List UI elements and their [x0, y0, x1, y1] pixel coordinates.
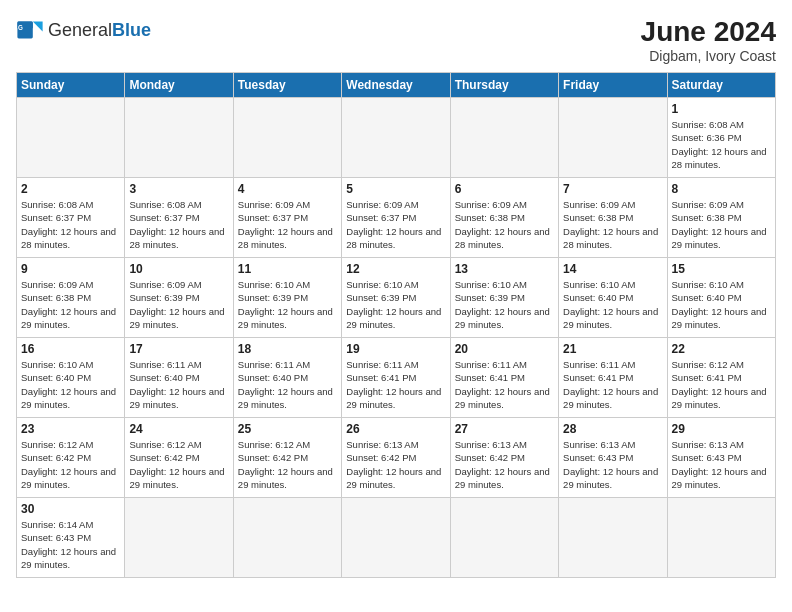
day-info: Sunrise: 6:10 AMSunset: 6:39 PMDaylight:…: [346, 278, 445, 331]
day-number: 23: [21, 422, 120, 436]
day-info: Sunrise: 6:11 AMSunset: 6:41 PMDaylight:…: [346, 358, 445, 411]
day-number: 14: [563, 262, 662, 276]
calendar-cell: [125, 498, 233, 578]
calendar-cell: 11Sunrise: 6:10 AMSunset: 6:39 PMDayligh…: [233, 258, 341, 338]
day-info: Sunrise: 6:12 AMSunset: 6:41 PMDaylight:…: [672, 358, 771, 411]
day-number: 13: [455, 262, 554, 276]
calendar-cell: 3Sunrise: 6:08 AMSunset: 6:37 PMDaylight…: [125, 178, 233, 258]
day-header-tuesday: Tuesday: [233, 73, 341, 98]
day-number: 2: [21, 182, 120, 196]
calendar-cell: 7Sunrise: 6:09 AMSunset: 6:38 PMDaylight…: [559, 178, 667, 258]
calendar-cell: [233, 98, 341, 178]
day-header-wednesday: Wednesday: [342, 73, 450, 98]
calendar-table: SundayMondayTuesdayWednesdayThursdayFrid…: [16, 72, 776, 578]
day-header-saturday: Saturday: [667, 73, 775, 98]
day-info: Sunrise: 6:11 AMSunset: 6:41 PMDaylight:…: [455, 358, 554, 411]
month-title: June 2024: [641, 16, 776, 48]
day-number: 12: [346, 262, 445, 276]
day-info: Sunrise: 6:11 AMSunset: 6:41 PMDaylight:…: [563, 358, 662, 411]
calendar-cell: 9Sunrise: 6:09 AMSunset: 6:38 PMDaylight…: [17, 258, 125, 338]
calendar-cell: [125, 98, 233, 178]
calendar-header-row: SundayMondayTuesdayWednesdayThursdayFrid…: [17, 73, 776, 98]
day-number: 21: [563, 342, 662, 356]
calendar-cell: 10Sunrise: 6:09 AMSunset: 6:39 PMDayligh…: [125, 258, 233, 338]
day-number: 18: [238, 342, 337, 356]
day-number: 10: [129, 262, 228, 276]
day-info: Sunrise: 6:09 AMSunset: 6:37 PMDaylight:…: [238, 198, 337, 251]
day-info: Sunrise: 6:10 AMSunset: 6:39 PMDaylight:…: [238, 278, 337, 331]
calendar-cell: 25Sunrise: 6:12 AMSunset: 6:42 PMDayligh…: [233, 418, 341, 498]
day-number: 30: [21, 502, 120, 516]
day-info: Sunrise: 6:10 AMSunset: 6:39 PMDaylight:…: [455, 278, 554, 331]
calendar-cell: 18Sunrise: 6:11 AMSunset: 6:40 PMDayligh…: [233, 338, 341, 418]
calendar-week-5: 23Sunrise: 6:12 AMSunset: 6:42 PMDayligh…: [17, 418, 776, 498]
svg-marker-1: [33, 22, 43, 32]
day-info: Sunrise: 6:08 AMSunset: 6:37 PMDaylight:…: [21, 198, 120, 251]
svg-text:G: G: [18, 24, 23, 31]
day-number: 25: [238, 422, 337, 436]
calendar-cell: 22Sunrise: 6:12 AMSunset: 6:41 PMDayligh…: [667, 338, 775, 418]
day-number: 7: [563, 182, 662, 196]
day-number: 6: [455, 182, 554, 196]
title-block: June 2024 Digbam, Ivory Coast: [641, 16, 776, 64]
day-info: Sunrise: 6:13 AMSunset: 6:42 PMDaylight:…: [455, 438, 554, 491]
calendar-week-3: 9Sunrise: 6:09 AMSunset: 6:38 PMDaylight…: [17, 258, 776, 338]
calendar-cell: 30Sunrise: 6:14 AMSunset: 6:43 PMDayligh…: [17, 498, 125, 578]
calendar-cell: [342, 498, 450, 578]
day-info: Sunrise: 6:09 AMSunset: 6:39 PMDaylight:…: [129, 278, 228, 331]
day-info: Sunrise: 6:09 AMSunset: 6:37 PMDaylight:…: [346, 198, 445, 251]
logo: G GeneralBlue: [16, 16, 151, 44]
calendar-cell: [450, 498, 558, 578]
header: G GeneralBlue June 2024 Digbam, Ivory Co…: [16, 16, 776, 64]
day-number: 22: [672, 342, 771, 356]
day-info: Sunrise: 6:10 AMSunset: 6:40 PMDaylight:…: [563, 278, 662, 331]
calendar-cell: 19Sunrise: 6:11 AMSunset: 6:41 PMDayligh…: [342, 338, 450, 418]
calendar-cell: 16Sunrise: 6:10 AMSunset: 6:40 PMDayligh…: [17, 338, 125, 418]
page: G GeneralBlue June 2024 Digbam, Ivory Co…: [0, 0, 792, 612]
calendar-cell: 5Sunrise: 6:09 AMSunset: 6:37 PMDaylight…: [342, 178, 450, 258]
calendar-cell: 21Sunrise: 6:11 AMSunset: 6:41 PMDayligh…: [559, 338, 667, 418]
calendar-cell: [17, 98, 125, 178]
day-info: Sunrise: 6:11 AMSunset: 6:40 PMDaylight:…: [129, 358, 228, 411]
day-number: 16: [21, 342, 120, 356]
day-number: 8: [672, 182, 771, 196]
day-info: Sunrise: 6:12 AMSunset: 6:42 PMDaylight:…: [129, 438, 228, 491]
calendar-week-6: 30Sunrise: 6:14 AMSunset: 6:43 PMDayligh…: [17, 498, 776, 578]
day-number: 20: [455, 342, 554, 356]
day-info: Sunrise: 6:09 AMSunset: 6:38 PMDaylight:…: [21, 278, 120, 331]
calendar-cell: 6Sunrise: 6:09 AMSunset: 6:38 PMDaylight…: [450, 178, 558, 258]
calendar-week-4: 16Sunrise: 6:10 AMSunset: 6:40 PMDayligh…: [17, 338, 776, 418]
calendar-week-1: 1Sunrise: 6:08 AMSunset: 6:36 PMDaylight…: [17, 98, 776, 178]
day-info: Sunrise: 6:12 AMSunset: 6:42 PMDaylight:…: [238, 438, 337, 491]
calendar-cell: [233, 498, 341, 578]
calendar-cell: 13Sunrise: 6:10 AMSunset: 6:39 PMDayligh…: [450, 258, 558, 338]
day-header-monday: Monday: [125, 73, 233, 98]
day-number: 9: [21, 262, 120, 276]
day-number: 24: [129, 422, 228, 436]
logo-text: GeneralBlue: [48, 20, 151, 41]
day-number: 26: [346, 422, 445, 436]
calendar-cell: 29Sunrise: 6:13 AMSunset: 6:43 PMDayligh…: [667, 418, 775, 498]
calendar-cell: 20Sunrise: 6:11 AMSunset: 6:41 PMDayligh…: [450, 338, 558, 418]
calendar-cell: 4Sunrise: 6:09 AMSunset: 6:37 PMDaylight…: [233, 178, 341, 258]
day-number: 17: [129, 342, 228, 356]
calendar-cell: 12Sunrise: 6:10 AMSunset: 6:39 PMDayligh…: [342, 258, 450, 338]
day-number: 15: [672, 262, 771, 276]
calendar-cell: [559, 98, 667, 178]
calendar-cell: 14Sunrise: 6:10 AMSunset: 6:40 PMDayligh…: [559, 258, 667, 338]
day-number: 19: [346, 342, 445, 356]
calendar-cell: 1Sunrise: 6:08 AMSunset: 6:36 PMDaylight…: [667, 98, 775, 178]
calendar-cell: 23Sunrise: 6:12 AMSunset: 6:42 PMDayligh…: [17, 418, 125, 498]
day-info: Sunrise: 6:10 AMSunset: 6:40 PMDaylight:…: [21, 358, 120, 411]
calendar-cell: 2Sunrise: 6:08 AMSunset: 6:37 PMDaylight…: [17, 178, 125, 258]
day-info: Sunrise: 6:09 AMSunset: 6:38 PMDaylight:…: [672, 198, 771, 251]
day-info: Sunrise: 6:13 AMSunset: 6:43 PMDaylight:…: [672, 438, 771, 491]
day-info: Sunrise: 6:11 AMSunset: 6:40 PMDaylight:…: [238, 358, 337, 411]
calendar-cell: [450, 98, 558, 178]
calendar-cell: 28Sunrise: 6:13 AMSunset: 6:43 PMDayligh…: [559, 418, 667, 498]
calendar-cell: 17Sunrise: 6:11 AMSunset: 6:40 PMDayligh…: [125, 338, 233, 418]
day-number: 4: [238, 182, 337, 196]
day-number: 11: [238, 262, 337, 276]
day-number: 5: [346, 182, 445, 196]
calendar-week-2: 2Sunrise: 6:08 AMSunset: 6:37 PMDaylight…: [17, 178, 776, 258]
